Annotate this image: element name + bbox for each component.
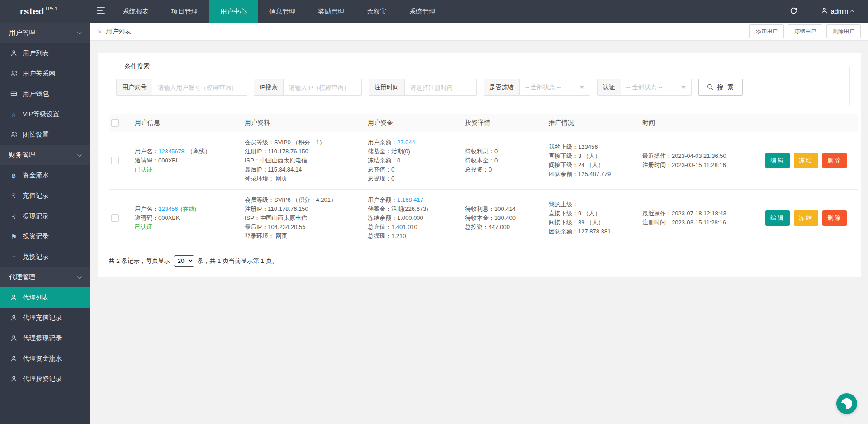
col-user-profile: 用户资料 <box>242 114 365 132</box>
sidebar-item-agent-recharge[interactable]: 代理充值记录 <box>0 308 90 328</box>
sidebar-item-exchange-records[interactable]: ≡ 兑换记录 <box>0 247 90 267</box>
user-icon <box>10 294 18 301</box>
balance-link[interactable]: 1.168.417 <box>397 196 423 203</box>
col-user-funds: 用户资金 <box>365 114 462 132</box>
account-label: 用户账号 <box>117 79 152 95</box>
users-table: 用户信息 用户资料 用户资金 投资详情 推广情况 时间 用户名：12345678… <box>109 114 858 247</box>
user-icon <box>10 355 18 362</box>
group-label: 用户管理 <box>9 29 35 37</box>
table-row: 用户名：123456(在线) 邀请码：000XBK 已认证 会员等级：SVIP6… <box>109 190 858 247</box>
sidebar-item-vip-level[interactable]: ☆ VIP等级设置 <box>0 104 90 124</box>
freeze-label: 是否冻结 <box>484 79 520 95</box>
add-user-button[interactable]: 添加用户 <box>749 24 784 38</box>
edit-button[interactable]: 编辑 <box>765 153 790 168</box>
nav-item-yuebao[interactable]: 余额宝 <box>356 0 398 23</box>
cell-actions: 编辑冻结删除 <box>763 190 858 247</box>
col-invest-detail: 投资详情 <box>462 114 546 132</box>
select-all-checkbox[interactable] <box>111 119 119 127</box>
balance-label: 用户余额： <box>368 139 397 146</box>
ip-filter-group: IP搜索 <box>254 79 362 96</box>
sidebar-toggle-button[interactable] <box>90 0 111 23</box>
sidebar-item-user-list[interactable]: 用户列表 <box>0 43 90 63</box>
filter-row: 用户账号 IP搜索 注册时间 是否冻结 -- 全部状态 -- <box>116 79 842 96</box>
ip-search-input[interactable] <box>284 79 361 95</box>
delete-user-button[interactable]: 删除用户 <box>826 24 861 38</box>
app-logo: rsted TP5.1 <box>0 0 90 23</box>
refresh-button[interactable] <box>781 0 807 23</box>
username-link[interactable]: 12345678 <box>158 148 185 155</box>
nav-item-reward-manage[interactable]: 奖励管理 <box>307 0 356 23</box>
cell-invest-detail: 待收利息：0 待收本金：0 总投资：0 <box>462 132 546 190</box>
sidebar-item-invest-records[interactable]: ⚑ 投资记录 <box>0 226 90 247</box>
user-icon <box>10 376 18 382</box>
pagination: 共 2 条记录，每页显示 20 条，共 1 页当前显示第 1 页。 <box>109 255 850 267</box>
sidebar-item-user-network[interactable]: 用户关系网 <box>0 63 90 84</box>
freeze-status-select[interactable]: -- 全部状态 -- <box>520 79 590 95</box>
balance-link[interactable]: 27.044 <box>397 139 415 146</box>
breadcrumb: » 用户列表 添加用户 冻结用户 删除用户 <box>90 23 868 41</box>
sidebar-item-recharge-records[interactable]: ₹ 充值记录 <box>0 186 90 206</box>
filter-legend: 条件搜索 <box>120 62 154 71</box>
sidebar-item-agent-list[interactable]: 代理列表 <box>0 287 90 308</box>
row-checkbox[interactable] <box>111 214 119 222</box>
search-button[interactable]: 搜 索 <box>698 79 743 96</box>
col-user-info: 用户信息 <box>132 114 242 132</box>
nav-item-user-center[interactable]: 用户中心 <box>209 0 258 23</box>
chevron-down-icon <box>77 274 82 279</box>
freeze-user-button[interactable]: 冻结用户 <box>788 24 822 38</box>
sidebar-item-withdraw-records[interactable]: ₹ 提现记录 <box>0 206 90 226</box>
delete-button[interactable]: 删除 <box>822 153 847 168</box>
page-size-select[interactable]: 20 <box>174 255 194 267</box>
regtime-input[interactable] <box>405 79 476 95</box>
sidebar-group-finance-manage[interactable]: 财务管理 <box>0 145 90 165</box>
admin-menu[interactable]: admin <box>807 0 868 23</box>
cell-user-info: 用户名：123456(在线) 邀请码：000XBK 已认证 <box>132 190 242 247</box>
sidebar-item-agent-fund-flow[interactable]: 代理资金流水 <box>0 348 90 369</box>
topbar: rsted TP5.1 系统报表 项目管理 用户中心 信息管理 奖励管理 余额宝… <box>0 0 868 23</box>
theme-toggle-button[interactable] <box>836 393 857 414</box>
nav-item-project-manage[interactable]: 项目管理 <box>160 0 209 23</box>
item-label: 用户钱包 <box>23 90 49 98</box>
cell-user-profile: 会员等级：SVIP6 （积分：4.201） 注册IP：110.178.76.15… <box>242 190 365 247</box>
select-caret-icon <box>580 86 584 91</box>
cell-user-funds: 用户余额：27.044 储蓄金：活期(0) 冻结余额：0 总充值：0 总提现：0 <box>365 132 462 190</box>
auth-filter-group: 认证 -- 全部状态 -- <box>597 79 692 96</box>
nav-item-system-report[interactable]: 系统报表 <box>111 0 160 23</box>
search-icon <box>707 83 714 92</box>
sidebar-item-leader-settings[interactable]: 团长设置 <box>0 124 90 145</box>
sidebar-item-agent-withdraw[interactable]: 代理提现记录 <box>0 328 90 348</box>
col-time: 时间 <box>640 114 763 132</box>
balance-label: 用户余额： <box>368 196 397 203</box>
row-checkbox[interactable] <box>111 157 119 164</box>
item-label: 代理投资记录 <box>23 375 62 383</box>
sidebar-item-fund-flow[interactable]: ฿ 资金流水 <box>0 165 90 186</box>
nav-item-system-manage[interactable]: 系统管理 <box>398 0 447 23</box>
chevron-down-icon <box>77 30 82 34</box>
auth-status-select[interactable]: -- 全部状态 -- <box>621 79 691 95</box>
cell-promotion: 我的上级：-- 直接下级：9 （人） 间接下级：39 （人） 团队余额：127.… <box>546 190 640 247</box>
group-label: 财务管理 <box>9 151 35 159</box>
auth-status-value: -- 全部状态 -- <box>626 83 662 91</box>
account-input[interactable] <box>152 79 247 95</box>
account-filter-group: 用户账号 <box>116 79 247 96</box>
edit-button[interactable]: 编辑 <box>765 210 790 226</box>
delete-button[interactable]: 删除 <box>822 210 847 226</box>
user-icon <box>10 335 18 342</box>
freeze-status-value: -- 全部状态 -- <box>525 83 561 91</box>
item-label: 团长设置 <box>23 130 49 139</box>
sidebar-group-user-manage[interactable]: 用户管理 <box>0 23 90 43</box>
auth-label: 认证 <box>598 79 621 95</box>
sidebar-group-agent-manage[interactable]: 代理管理 <box>0 267 90 287</box>
sidebar-item-agent-invest[interactable]: 代理投资记录 <box>0 369 90 389</box>
cell-actions: 编辑冻结删除 <box>763 132 858 190</box>
freeze-button[interactable]: 冻结 <box>794 210 818 226</box>
item-label: 投资记录 <box>23 232 49 241</box>
username-link[interactable]: 123456 <box>158 205 178 212</box>
top-navigation: 系统报表 项目管理 用户中心 信息管理 奖励管理 余额宝 系统管理 <box>111 0 447 23</box>
cell-promotion: 我的上级：123456 直接下级：3 （人） 间接下级：24 （人） 团队余额：… <box>546 132 640 190</box>
freeze-button[interactable]: 冻结 <box>794 153 818 168</box>
nav-item-info-manage[interactable]: 信息管理 <box>258 0 307 23</box>
sidebar-item-user-wallet[interactable]: 用户钱包 <box>0 84 90 104</box>
sidebar: 用户管理 用户列表 用户关系网 用户钱包 ☆ VIP等级设置 团长设置 财务管理… <box>0 23 90 424</box>
list-icon: ≡ <box>10 254 18 260</box>
